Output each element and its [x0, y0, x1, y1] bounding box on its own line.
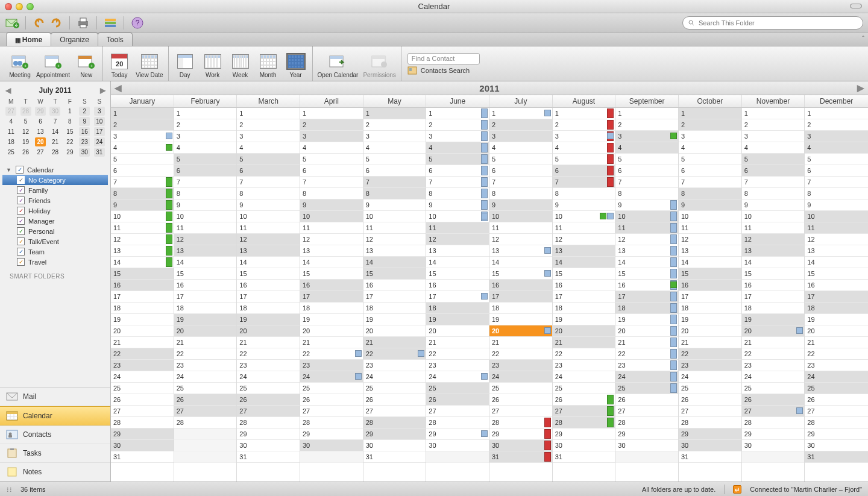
year-day-cell[interactable]: 15: [426, 268, 489, 280]
mini-day[interactable]: 6: [33, 116, 48, 127]
year-day-cell[interactable]: 4: [679, 142, 741, 154]
year-day-cell[interactable]: 14: [174, 257, 237, 268]
category-item[interactable]: Travel: [2, 257, 108, 267]
year-day-cell[interactable]: 28: [426, 417, 489, 429]
year-day-cell[interactable]: 16: [553, 280, 615, 291]
year-day-cell[interactable]: 12: [237, 234, 300, 245]
year-day-cell[interactable]: 11: [742, 222, 805, 234]
year-day-cell[interactable]: 22: [742, 348, 805, 360]
year-day-cell[interactable]: 14: [489, 257, 552, 268]
year-day-cell[interactable]: 20: [742, 325, 805, 337]
work-view-button[interactable]: Work: [200, 46, 225, 81]
year-day-cell[interactable]: 22: [489, 348, 552, 360]
month-view-button[interactable]: Month: [256, 46, 281, 81]
year-day-cell[interactable]: 20: [426, 325, 489, 337]
year-day-cell[interactable]: 28: [742, 417, 805, 429]
year-day-cell[interactable]: 30: [363, 440, 426, 451]
year-day-cell[interactable]: 17: [300, 291, 363, 303]
mini-day[interactable]: 14: [48, 127, 62, 137]
mini-day[interactable]: 1: [63, 106, 77, 116]
year-day-cell[interactable]: 4: [489, 142, 552, 154]
year-day-cell[interactable]: 3: [805, 131, 868, 142]
year-day-cell[interactable]: 2: [300, 119, 363, 131]
tab-home[interactable]: ▦ Home: [6, 33, 51, 46]
year-day-cell[interactable]: 6: [805, 165, 868, 177]
year-day-cell[interactable]: 30: [679, 440, 741, 451]
year-day-cell[interactable]: 18: [174, 303, 237, 314]
nav-mail[interactable]: Mail: [0, 388, 110, 406]
year-day-cell[interactable]: 21: [426, 337, 489, 348]
year-day-cell[interactable]: 27: [111, 406, 174, 417]
year-day-cell[interactable]: 23: [489, 360, 552, 371]
year-day-cell[interactable]: 21: [363, 337, 426, 348]
year-day-cell[interactable]: 13: [300, 245, 363, 257]
mini-day[interactable]: 20: [33, 137, 48, 147]
year-day-cell[interactable]: 8: [237, 188, 300, 199]
year-day-cell[interactable]: 22: [363, 348, 426, 360]
year-day-cell[interactable]: 11: [679, 222, 741, 234]
year-day-cell[interactable]: 12: [174, 234, 237, 245]
year-day-cell[interactable]: 12: [679, 234, 741, 245]
year-day-cell[interactable]: 1: [553, 108, 615, 119]
year-day-cell[interactable]: 22: [426, 348, 489, 360]
year-day-cell[interactable]: 24: [679, 371, 741, 383]
year-day-cell[interactable]: 25: [174, 383, 237, 394]
year-day-cell[interactable]: 13: [805, 245, 868, 257]
year-day-cell[interactable]: 4: [174, 142, 237, 154]
year-day-cell[interactable]: 15: [174, 268, 237, 280]
year-day-cell[interactable]: 11: [363, 222, 426, 234]
year-day-cell[interactable]: 9: [742, 199, 805, 211]
undo-button[interactable]: [32, 16, 46, 30]
year-day-cell[interactable]: 7: [363, 177, 426, 188]
year-day-cell[interactable]: 13: [553, 245, 615, 257]
year-day-cell[interactable]: 14: [111, 257, 174, 268]
year-day-cell[interactable]: 21: [237, 337, 300, 348]
year-day-cell[interactable]: 25: [237, 383, 300, 394]
year-day-cell[interactable]: 21: [111, 337, 174, 348]
year-day-cell[interactable]: 1: [237, 108, 300, 119]
mini-next-button[interactable]: ▶: [98, 86, 107, 95]
year-day-cell[interactable]: 1: [111, 108, 174, 119]
year-day-cell[interactable]: 28: [111, 417, 174, 429]
nav-notes[interactable]: Notes: [0, 463, 110, 482]
mini-day[interactable]: 29: [63, 147, 77, 157]
year-day-cell[interactable]: 2: [553, 119, 615, 131]
year-day-cell[interactable]: 11: [426, 222, 489, 234]
year-day-cell[interactable]: 16: [805, 280, 868, 291]
year-day-cell[interactable]: 29: [615, 429, 678, 440]
year-day-cell[interactable]: 12: [489, 234, 552, 245]
year-day-cell[interactable]: 19: [237, 314, 300, 325]
year-day-cell[interactable]: 21: [615, 337, 678, 348]
year-day-cell[interactable]: 9: [237, 199, 300, 211]
year-day-cell[interactable]: 28: [237, 417, 300, 429]
year-day-cell[interactable]: 20: [553, 325, 615, 337]
mini-day[interactable]: 28: [48, 147, 62, 157]
year-day-cell[interactable]: 31: [805, 451, 868, 463]
year-day-cell[interactable]: 24: [300, 371, 363, 383]
mini-day[interactable]: 21: [48, 137, 62, 147]
year-day-cell[interactable]: 25: [489, 383, 552, 394]
year-day-cell[interactable]: 13: [426, 245, 489, 257]
year-day-cell[interactable]: 3: [300, 131, 363, 142]
year-day-cell[interactable]: 28: [174, 417, 237, 429]
year-day-cell[interactable]: 5: [805, 154, 868, 165]
year-day-cell[interactable]: 22: [553, 348, 615, 360]
year-day-cell[interactable]: 8: [553, 188, 615, 199]
year-day-cell[interactable]: 8: [111, 188, 174, 199]
year-day-cell[interactable]: 11: [615, 222, 678, 234]
year-day-cell[interactable]: 28: [489, 417, 552, 429]
year-day-cell[interactable]: 31: [111, 451, 174, 463]
year-day-cell[interactable]: 2: [111, 119, 174, 131]
year-day-cell[interactable]: 19: [363, 314, 426, 325]
mini-day[interactable]: 31: [92, 147, 107, 157]
search-field[interactable]: [682, 16, 863, 30]
year-day-cell[interactable]: 17: [553, 291, 615, 303]
year-day-cell[interactable]: 1: [174, 108, 237, 119]
year-day-cell[interactable]: 7: [615, 177, 678, 188]
year-day-cell[interactable]: 6: [300, 165, 363, 177]
year-day-cell[interactable]: 10: [237, 211, 300, 222]
year-day-cell[interactable]: 1: [363, 108, 426, 119]
year-day-cell[interactable]: 27: [174, 406, 237, 417]
year-day-cell[interactable]: 28: [553, 417, 615, 429]
year-day-cell[interactable]: 13: [237, 245, 300, 257]
